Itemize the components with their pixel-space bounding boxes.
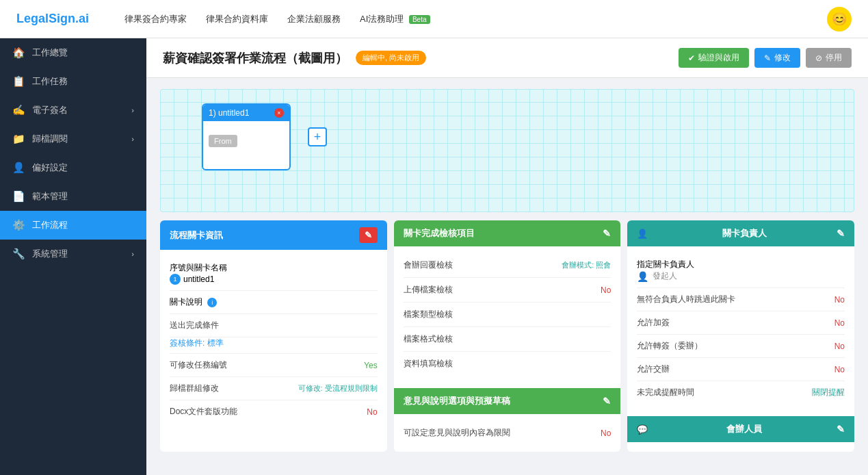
sidebar-item-workflow[interactable]: ⚙️ 工作流程	[0, 211, 146, 240]
comments-row-0: 可設定意見與說明內容為限閱 No	[404, 421, 611, 445]
sidebar-item-tasks[interactable]: 📋 工作任務	[0, 67, 146, 96]
seq-name: untitled1	[183, 274, 214, 284]
assignee-val-3: No	[834, 365, 845, 374]
assignee-title: 關卡負責人	[722, 227, 767, 240]
sidebar-label-1: 工作任務	[32, 75, 68, 88]
seq-value-row: 1 untitled1	[170, 274, 227, 285]
modify-row: 可修改任務編號 Yes	[170, 354, 378, 377]
organizer-icon: 💬	[637, 424, 648, 435]
checklist-label-1: 上傳檔案檢核	[404, 284, 453, 296]
comments-edit-button[interactable]: ✎	[603, 396, 611, 407]
chevron-icon-3: ›	[131, 250, 134, 258]
assignee-row-4: 未完成提醒時間 關閉提醒	[637, 381, 845, 404]
home-icon: 🏠	[12, 47, 25, 59]
panel-assignee-body: 指定關卡負責人 👤 發起人 無符合負責人時跳過此關卡 No 允許加	[627, 246, 854, 411]
sidebar: 🏠 工作總覽 📋 工作任務 ✍️ 電子簽名 › 📁 歸檔調閱 › 👤 偏好設定 …	[0, 38, 146, 475]
workflow-icon: ⚙️	[12, 219, 25, 231]
nav-links: 律果簽合約專家 律果合約資料庫 企業法顧服務 AI法務助理 Beta	[124, 13, 805, 25]
checklist-row-0: 會辦回覆檢核 會辦模式: 照會	[404, 253, 611, 278]
nav-link-0[interactable]: 律果簽合約專家	[124, 13, 187, 25]
assignee-row-1: 允許加簽 No	[637, 311, 845, 335]
chevron-icon: ›	[131, 106, 134, 114]
designate-value: 發起人	[653, 270, 677, 282]
organizer-title: 會辦人員	[726, 423, 762, 435]
stop-button[interactable]: ⊘ 停用	[806, 48, 852, 68]
bottom-panels: 流程關卡資訊 ✎ 序號與關卡名稱 1 untitled1	[160, 220, 854, 452]
organizer-edit-button[interactable]: ✎	[837, 424, 845, 435]
checklist-val-1: No	[601, 285, 611, 295]
beta-badge: Beta	[409, 15, 430, 24]
panel-flow-info-header: 流程關卡資訊 ✎	[160, 220, 387, 250]
close-icon[interactable]: ×	[274, 108, 284, 118]
card-title: 1) untitled1	[209, 108, 249, 118]
person-icon: 👤	[637, 271, 648, 282]
assignee-icon-header: 👤	[637, 229, 648, 239]
validate-button[interactable]: ✔ 驗證與啟用	[679, 48, 749, 68]
from-label: From	[209, 135, 237, 147]
docx-row: Docx文件套版功能 No	[170, 400, 378, 423]
sidebar-label-5: 範本管理	[32, 190, 68, 203]
assignee-val-4: 關閉提醒	[812, 387, 845, 398]
send-value: 簽核條件: 標準	[170, 338, 224, 348]
logo[interactable]: LegalSign.ai	[16, 12, 89, 26]
checklist-row-2: 檔案類型檢核	[404, 303, 611, 327]
assignee-label-2: 允許轉簽（委辦）	[637, 340, 702, 352]
panel-checklist-header: 關卡完成檢核項目 ✎	[394, 220, 621, 246]
seq-label-block: 序號與關卡名稱 1 untitled1	[170, 262, 227, 285]
modify-label: 可修改任務編號	[170, 359, 227, 371]
checklist-label-0: 會辦回覆檢核	[404, 259, 453, 271]
sidebar-item-esign[interactable]: ✍️ 電子簽名 ›	[0, 96, 146, 125]
nav-link-2[interactable]: 企業法顧服務	[287, 13, 341, 25]
assignee-val-0: No	[834, 295, 845, 305]
flow-card-1[interactable]: 1) untitled1 × From	[202, 103, 291, 170]
sidebar-item-dashboard[interactable]: 🏠 工作總覽	[0, 38, 146, 67]
assignee-label-3: 允許交辦	[637, 363, 670, 375]
sidebar-label-3: 歸檔調閱	[32, 133, 68, 145]
page-title: 薪資確認簽署作業流程（截圖用）	[163, 50, 347, 66]
nav-link-3[interactable]: AI法務助理 Beta	[360, 13, 430, 25]
add-step-button[interactable]: +	[308, 127, 327, 146]
admin-icon: 🔧	[12, 248, 25, 260]
assignee-label-1: 允許加簽	[637, 317, 670, 329]
docx-value: No	[367, 407, 377, 417]
app-layout: 🏠 工作總覽 📋 工作任務 ✍️ 電子簽名 › 📁 歸檔調閱 › 👤 偏好設定 …	[0, 38, 868, 475]
assignee-label-0: 無符合負責人時跳過此關卡	[637, 294, 735, 305]
assignee-edit-button[interactable]: ✎	[837, 228, 845, 239]
flow-card-header: 1) untitled1 ×	[203, 105, 289, 121]
checklist-edit-button[interactable]: ✎	[603, 228, 611, 239]
assignee-row-2: 允許轉簽（委辦） No	[637, 335, 845, 358]
panel-assignee-header: 👤 關卡負責人 ✎	[627, 220, 854, 246]
panel-comments-body: 可設定意見與說明內容為限閱 No	[394, 414, 621, 452]
flow-card-body: From	[203, 121, 289, 169]
flow-info-edit-button[interactable]: ✎	[359, 227, 378, 243]
edit-button[interactable]: ✎ 修改	[754, 48, 800, 68]
modify-value: Yes	[364, 361, 378, 370]
comments-title: 意見與說明選項與預擬草稿	[404, 395, 510, 407]
assignee-label-4: 未完成提醒時間	[637, 387, 694, 398]
assignee-row-3: 允許交辦 No	[637, 358, 845, 381]
comments-val-0: No	[601, 428, 611, 438]
user-avatar[interactable]: 😊	[827, 7, 852, 31]
desc-label: 關卡說明 i	[170, 296, 217, 308]
assignee-row-0: 無符合負責人時跳過此關卡 No	[637, 288, 845, 311]
checklist-label-2: 檔案類型檢核	[404, 309, 453, 320]
templates-icon: 📄	[12, 190, 25, 203]
checklist-title: 關卡完成檢核項目	[404, 227, 475, 240]
assignee-value-row: 👤 發起人	[637, 270, 694, 282]
comments-label-0: 可設定意見與說明內容為限閱	[404, 427, 510, 439]
workflow-canvas[interactable]: 1) untitled1 × From +	[160, 89, 854, 212]
checklist-label-3: 檔案格式檢核	[404, 333, 453, 345]
sidebar-item-templates[interactable]: 📄 範本管理	[0, 182, 146, 211]
header-actions: ✔ 驗證與啟用 ✎ 修改 ⊘ 停用	[679, 48, 852, 68]
archive-icon: 📁	[12, 133, 25, 145]
nav-link-1[interactable]: 律果合約資料庫	[206, 13, 268, 25]
panel-comments-header: 意見與說明選項與預擬草稿 ✎	[394, 388, 621, 414]
chevron-icon-2: ›	[131, 135, 134, 143]
sidebar-item-admin[interactable]: 🔧 系統管理 ›	[0, 240, 146, 268]
sidebar-label-7: 系統管理	[32, 248, 68, 260]
checklist-label-4: 資料填寫檢核	[404, 358, 453, 370]
sidebar-item-archive[interactable]: 📁 歸檔調閱 ›	[0, 125, 146, 153]
seq-badge: 1	[170, 274, 181, 285]
sidebar-label-0: 工作總覽	[32, 47, 68, 59]
sidebar-item-preferences[interactable]: 👤 偏好設定	[0, 153, 146, 182]
